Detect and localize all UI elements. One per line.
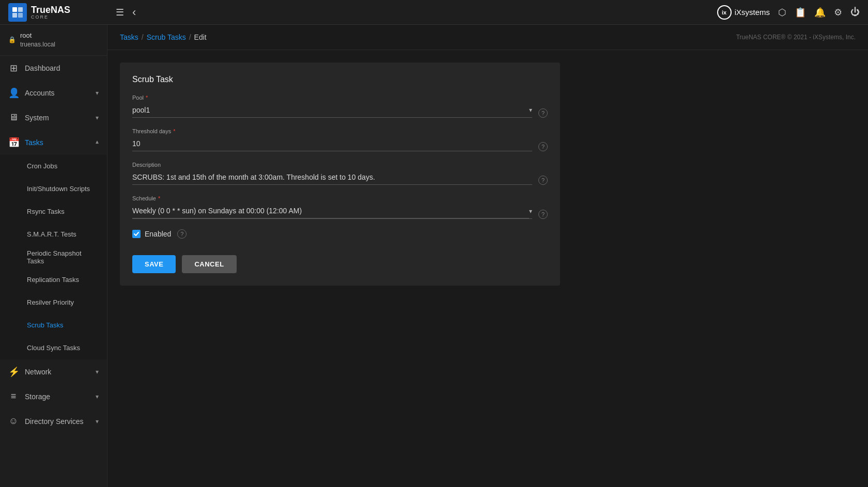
threshold-input[interactable] (132, 136, 532, 151)
replication-tasks-label: Replication Tasks (27, 276, 79, 284)
pool-dropdown-arrow[interactable]: ▾ (529, 106, 532, 114)
breadcrumb-sep-1: / (142, 33, 144, 41)
breadcrumb-sep-2: / (189, 33, 191, 41)
threshold-label: Threshold days * (132, 128, 548, 134)
sidebar-item-cron-jobs[interactable]: Cron Jobs (0, 155, 107, 178)
content-area: Tasks / Scrub Tasks / Edit TrueNAS CORE®… (107, 25, 868, 487)
description-label: Description (132, 162, 548, 168)
sidebar-item-resilver-priority[interactable]: Resilver Priority (0, 291, 107, 314)
hostname: truenas.local (20, 40, 55, 49)
svg-rect-2 (12, 13, 17, 18)
enabled-help-icon[interactable]: ? (177, 229, 187, 239)
top-header: TrueNAS CORE ☰ ‹ ix iXsystems ⬡ 📋 🔔 ⚙ ⏻ (0, 0, 868, 25)
directory-arrow: ▾ (96, 418, 99, 425)
network-icon: ⚡ (8, 366, 19, 378)
form-actions: SAVE CANCEL (132, 251, 548, 273)
ix-systems-label: iXsystems (735, 8, 770, 17)
init-shutdown-label: Init/Shutdown Scripts (27, 185, 90, 193)
logo-icon (8, 3, 27, 22)
breadcrumb-tasks[interactable]: Tasks (120, 33, 138, 41)
sidebar-item-dashboard[interactable]: ⊞ Dashboard (0, 56, 107, 81)
description-input-wrapper (132, 170, 532, 185)
lock-icon: 🔒 (8, 36, 16, 43)
enabled-checkbox[interactable] (132, 230, 141, 238)
schedule-input[interactable] (132, 203, 529, 218)
sidebar-item-directory-services[interactable]: ☺ Directory Services ▾ (0, 409, 107, 434)
sidebar-item-smart-tests[interactable]: S.M.A.R.T. Tests (0, 223, 107, 246)
back-icon[interactable]: ‹ (132, 6, 136, 19)
svg-rect-1 (18, 7, 23, 12)
sidebar-item-scrub-tasks[interactable]: Scrub Tasks (0, 314, 107, 337)
menu-icon[interactable]: ☰ (116, 7, 124, 18)
breadcrumb-scrub-tasks[interactable]: Scrub Tasks (147, 33, 186, 41)
form-title: Scrub Task (132, 75, 548, 84)
settings-icon[interactable]: ⚙ (834, 7, 842, 18)
logo-sub: CORE (31, 14, 70, 20)
sidebar-item-network[interactable]: ⚡ Network ▾ (0, 359, 107, 384)
scrub-tasks-label: Scrub Tasks (27, 321, 64, 329)
sidebar-item-init-shutdown[interactable]: Init/Shutdown Scripts (0, 178, 107, 200)
cron-jobs-label: Cron Jobs (27, 162, 57, 170)
sidebar-item-system[interactable]: 🖥 System ▾ (0, 105, 107, 130)
sidebar-label-directory: Directory Services (25, 417, 89, 426)
threshold-input-row: ? (132, 136, 548, 151)
description-field: Description ? (132, 162, 548, 185)
threshold-help-icon[interactable]: ? (538, 142, 548, 151)
notifications-icon[interactable]: 🔔 (814, 7, 826, 18)
user-section: 🔒 root truenas.local (0, 25, 107, 56)
schedule-dropdown-arrow[interactable]: ▾ (529, 208, 532, 215)
description-help-icon[interactable]: ? (538, 176, 548, 185)
accounts-icon: 👤 (8, 87, 19, 99)
header-icons: ☰ ‹ (116, 6, 136, 19)
schedule-field: Schedule * ▾ ? (132, 195, 548, 219)
changelog-icon[interactable]: 📋 (795, 7, 806, 18)
sidebar: 🔒 root truenas.local ⊞ Dashboard 👤 Accou… (0, 25, 107, 487)
logo-text: TrueNAS (31, 5, 70, 14)
tasks-submenu: Cron Jobs Init/Shutdown Scripts Rsync Ta… (0, 155, 107, 359)
svg-rect-0 (12, 7, 17, 12)
form-container: Scrub Task Pool * ▾ ? (107, 50, 572, 298)
save-button[interactable]: SAVE (132, 255, 176, 273)
enabled-row: Enabled ? (132, 229, 548, 239)
power-icon[interactable]: ⏻ (850, 7, 860, 18)
periodic-snapshot-label: Periodic Snapshot Tasks (27, 249, 99, 265)
copyright-text: TrueNAS CORE® © 2021 - iXSystems, Inc. (736, 34, 856, 41)
username: root (20, 31, 55, 40)
ix-circle-icon: ix (717, 5, 732, 20)
storage-arrow: ▾ (96, 393, 99, 400)
cloud-sync-label: Cloud Sync Tasks (27, 344, 80, 352)
sidebar-label-dashboard: Dashboard (25, 64, 99, 72)
pool-input[interactable] (132, 103, 529, 117)
pool-required: * (146, 95, 148, 101)
header-right: ix iXsystems ⬡ 📋 🔔 ⚙ ⏻ (717, 5, 860, 20)
breadcrumb-bar: Tasks / Scrub Tasks / Edit TrueNAS CORE®… (107, 25, 868, 50)
sidebar-item-accounts[interactable]: 👤 Accounts ▾ (0, 81, 107, 105)
sidebar-label-tasks: Tasks (25, 138, 89, 147)
cancel-button[interactable]: CANCEL (182, 255, 236, 273)
logo-area: TrueNAS CORE (8, 3, 112, 22)
sidebar-item-tasks[interactable]: 📅 Tasks ▾ (0, 130, 107, 155)
description-input[interactable] (132, 170, 532, 184)
sidebar-label-network: Network (25, 368, 89, 376)
sidebar-item-cloud-sync[interactable]: Cloud Sync Tasks (0, 337, 107, 359)
storage-icon: ≡ (8, 391, 19, 402)
sidebar-item-periodic-snapshot[interactable]: Periodic Snapshot Tasks (0, 246, 107, 269)
enabled-label: Enabled (145, 230, 171, 238)
sidebar-item-storage[interactable]: ≡ Storage ▾ (0, 384, 107, 409)
threshold-input-wrapper (132, 136, 532, 151)
ix-systems-logo: ix iXsystems (717, 5, 770, 20)
pool-help-icon[interactable]: ? (538, 108, 548, 118)
schedule-required: * (158, 195, 160, 201)
rsync-tasks-label: Rsync Tasks (27, 208, 65, 215)
schedule-label: Schedule * (132, 195, 548, 201)
sidebar-item-replication-tasks[interactable]: Replication Tasks (0, 269, 107, 291)
sidebar-item-rsync-tasks[interactable]: Rsync Tasks (0, 200, 107, 223)
pool-input-row: ▾ ? (132, 103, 548, 118)
resilver-priority-label: Resilver Priority (27, 299, 74, 306)
pool-field: Pool * ▾ ? (132, 95, 548, 118)
sidebar-label-storage: Storage (25, 392, 89, 401)
breadcrumb: Tasks / Scrub Tasks / Edit (120, 33, 207, 41)
truecommand-icon[interactable]: ⬡ (778, 7, 786, 18)
schedule-help-icon[interactable]: ? (538, 210, 548, 219)
form-card: Scrub Task Pool * ▾ ? (120, 62, 560, 286)
